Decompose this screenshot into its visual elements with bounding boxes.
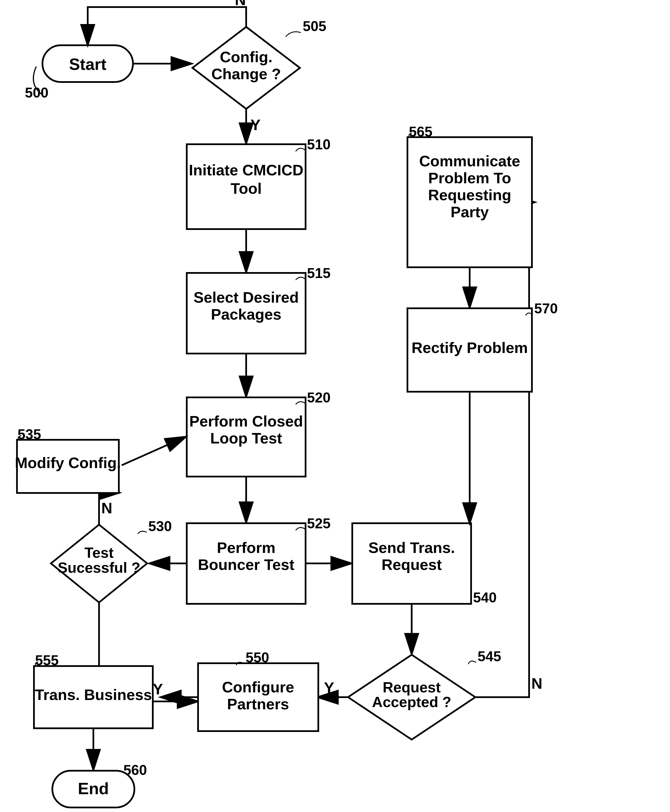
ref-545-label: 545 [477, 648, 501, 664]
test-successful-text1: Test [84, 544, 113, 561]
modify-config-text: Modify Config. [15, 454, 121, 471]
n-test-label: N [101, 500, 112, 517]
bouncer-test-text2: Bouncer Test [198, 556, 294, 573]
select-packages-text1: Select Desired [193, 289, 299, 306]
select-packages-text2: Packages [211, 306, 281, 323]
ref-505-label: 505 [303, 19, 326, 34]
test-successful-text2: Sucessful ? [58, 559, 140, 576]
end-text: End [78, 779, 109, 798]
configure-partners-text1: Configure [222, 679, 294, 696]
initiate-tool-text1: Initiate CMCICD [189, 162, 304, 179]
send-trans-text2: Request [381, 556, 442, 573]
communicate-problem-text4: Party [450, 203, 489, 220]
ref-555-label: 555 [35, 652, 59, 669]
y-config-label: Y [250, 116, 261, 133]
ref-500-label: 500 [25, 85, 48, 101]
rectify-problem-text: Rectify Problem [411, 339, 528, 356]
communicate-problem-text3: Requesting [428, 186, 511, 203]
send-trans-text1: Send Trans. [369, 539, 455, 556]
config-change-text2: Change ? [211, 65, 281, 82]
ref-540-label: 540 [473, 590, 497, 606]
y-request-label: Y [324, 679, 334, 696]
closed-loop-text1: Perform Closed [189, 413, 303, 430]
start-text: Start [69, 55, 107, 73]
config-change-text1: Config. [220, 48, 272, 65]
ref-510-label: 510 [307, 137, 330, 152]
flowchart-overlay: Start 500 Config. Change ? 505 N Y Initi… [0, 0, 670, 812]
closed-loop-text2: Loop Test [210, 430, 282, 447]
communicate-problem-text2: Problem To [428, 169, 511, 186]
ref-565-label: 565 [409, 124, 432, 140]
ref-520-label: 520 [307, 390, 330, 405]
bouncer-test-text1: Perform [217, 539, 275, 556]
ref-530-label: 530 [148, 518, 172, 534]
y-test-label: Y [153, 680, 163, 697]
request-accepted-text2: Accepted ? [372, 694, 451, 710]
configure-partners-text2: Partners [227, 696, 289, 712]
ref-515-label: 515 [307, 265, 330, 281]
ref-525-label: 525 [307, 516, 330, 532]
trans-business-text: Trans. Business [35, 686, 152, 703]
ref-550-label: 550 [245, 650, 269, 665]
n-request-label: N [531, 675, 542, 692]
ref-535-label: 535 [17, 427, 41, 442]
ref-570-label: 570 [534, 300, 558, 316]
n-loop-label: N [235, 0, 246, 8]
initiate-tool-text2: Tool [230, 180, 262, 197]
request-accepted-text1: Request [382, 679, 440, 696]
communicate-problem-text1: Communicate [419, 152, 520, 169]
